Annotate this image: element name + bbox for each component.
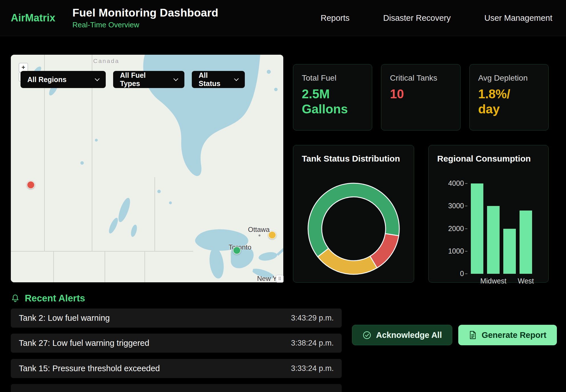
bar-region-1 bbox=[487, 206, 500, 274]
alert-time: 3:33:24 p.m. bbox=[291, 364, 334, 373]
chevron-down-icon bbox=[174, 76, 178, 81]
generate-report-label: Generate Report bbox=[482, 330, 546, 340]
tank-status-title: Tank Status Distribution bbox=[302, 154, 405, 164]
document-icon bbox=[469, 330, 477, 340]
stat-card-avg-depletion: Avg Depletion 1.8%/ day bbox=[469, 64, 549, 130]
regional-consumption-title: Regional Consumption bbox=[437, 154, 540, 164]
y-axis-tick-mark bbox=[465, 251, 467, 252]
y-axis-tick-mark bbox=[465, 273, 467, 274]
map-marker-warning[interactable] bbox=[268, 231, 276, 239]
recent-alerts-title: Recent Alerts bbox=[25, 293, 85, 304]
tank-status-donut-chart bbox=[304, 179, 404, 279]
stats-row: Total Fuel 2.5M Gallons Critical Tanks 1… bbox=[293, 64, 549, 130]
regions-filter-dropdown[interactable]: All Regions bbox=[21, 71, 106, 88]
map-label-ottawa: Ottawa bbox=[248, 226, 270, 234]
alert-row-partial[interactable] bbox=[11, 384, 342, 392]
map-marker-normal[interactable] bbox=[233, 246, 241, 254]
main-nav: Reports Disaster Recovery User Managemen… bbox=[321, 13, 552, 23]
bar-region-0 bbox=[471, 183, 483, 274]
title-block: Fuel Monitoring Dashboard Real-Time Over… bbox=[72, 7, 218, 29]
map-label-canada: Canada bbox=[93, 58, 119, 64]
stat-label: Critical Tanks bbox=[390, 74, 451, 83]
alert-row[interactable]: Tank 27: Low fuel warning triggered 3:38… bbox=[11, 334, 342, 353]
y-axis-tick-mark bbox=[465, 206, 467, 206]
x-axis-category-label: Midwest bbox=[480, 277, 506, 285]
alert-message: Tank 2: Low fuel warning bbox=[19, 313, 110, 323]
app-header: AirMatrix Fuel Monitoring Dashboard Real… bbox=[0, 0, 566, 36]
fuel-types-filter-dropdown[interactable]: All Fuel Types bbox=[113, 71, 184, 88]
y-axis-tick-label: 1000 bbox=[438, 247, 464, 255]
fuel-types-filter-label: All Fuel Types bbox=[120, 71, 167, 88]
stat-label: Avg Depletion bbox=[478, 74, 540, 83]
x-axis-category-label: West bbox=[518, 277, 534, 285]
map-marker-critical[interactable] bbox=[27, 181, 35, 189]
stat-label: Total Fuel bbox=[302, 74, 363, 83]
alert-row[interactable]: Tank 15: Pressure threshold exceeded 3:3… bbox=[11, 359, 342, 378]
nav-reports[interactable]: Reports bbox=[321, 13, 350, 23]
page-subtitle: Real-Time Overview bbox=[72, 21, 218, 29]
map-filter-row: All Regions All Fuel Types All Status bbox=[21, 71, 245, 88]
alert-time: 3:43:29 p.m. bbox=[291, 314, 334, 322]
alert-message: Tank 15: Pressure threshold exceeded bbox=[19, 364, 160, 373]
brand-logo[interactable]: AirMatrix bbox=[11, 12, 55, 24]
tank-status-card: Tank Status Distribution bbox=[293, 145, 414, 283]
bar-region-3 bbox=[520, 211, 532, 274]
y-axis-tick-mark bbox=[465, 183, 467, 184]
y-axis-tick-mark bbox=[465, 228, 467, 229]
acknowledge-all-button[interactable]: Acknowledge All bbox=[352, 325, 452, 345]
nav-disaster-recovery[interactable]: Disaster Recovery bbox=[383, 13, 451, 23]
recent-alerts-header: Recent Alerts bbox=[11, 293, 85, 304]
donut-segment-warning bbox=[317, 248, 377, 274]
y-axis-tick-label: 2000 bbox=[438, 224, 464, 233]
bell-icon bbox=[11, 294, 19, 303]
stat-value: 2.5M Gallons bbox=[302, 87, 363, 117]
regions-filter-label: All Regions bbox=[27, 75, 67, 84]
alert-row[interactable]: Tank 2: Low fuel warning 3:43:29 p.m. bbox=[11, 309, 342, 328]
nav-user-management[interactable]: User Management bbox=[484, 13, 552, 23]
check-circle-icon bbox=[363, 331, 371, 340]
chevron-down-icon bbox=[95, 76, 100, 81]
alert-message: Tank 27: Low fuel warning triggered bbox=[19, 338, 149, 348]
chevron-down-icon bbox=[234, 76, 239, 81]
ottawa-city-dot bbox=[258, 234, 261, 237]
y-axis-tick-label: 3000 bbox=[438, 202, 464, 210]
stat-card-critical-tanks: Critical Tanks 10 bbox=[381, 64, 460, 130]
generate-report-button[interactable]: Generate Report bbox=[458, 325, 557, 345]
page-title: Fuel Monitoring Dashboard bbox=[72, 7, 218, 19]
stat-value: 10 bbox=[390, 87, 451, 102]
y-axis-tick-label: 4000 bbox=[438, 179, 464, 187]
map-panel: + − All Regions All Fuel Types All Statu… bbox=[11, 55, 283, 282]
alert-time: 3:38:24 p.m. bbox=[291, 339, 334, 348]
bar-region-2 bbox=[503, 229, 516, 274]
status-filter-dropdown[interactable]: All Status bbox=[192, 71, 245, 88]
y-axis-tick-label: 0 bbox=[438, 270, 464, 278]
status-filter-label: All Status bbox=[199, 71, 227, 88]
resize-grip-icon[interactable]: ⠿ bbox=[276, 275, 284, 283]
stat-value: 1.8%/ day bbox=[478, 87, 540, 117]
stat-card-total-fuel: Total Fuel 2.5M Gallons bbox=[293, 64, 372, 130]
acknowledge-all-label: Acknowledge All bbox=[376, 330, 442, 340]
regional-consumption-bar-chart: 01000200030004000MidwestWest bbox=[469, 183, 537, 274]
regional-consumption-card: Regional Consumption 01000200030004000Mi… bbox=[428, 145, 549, 283]
